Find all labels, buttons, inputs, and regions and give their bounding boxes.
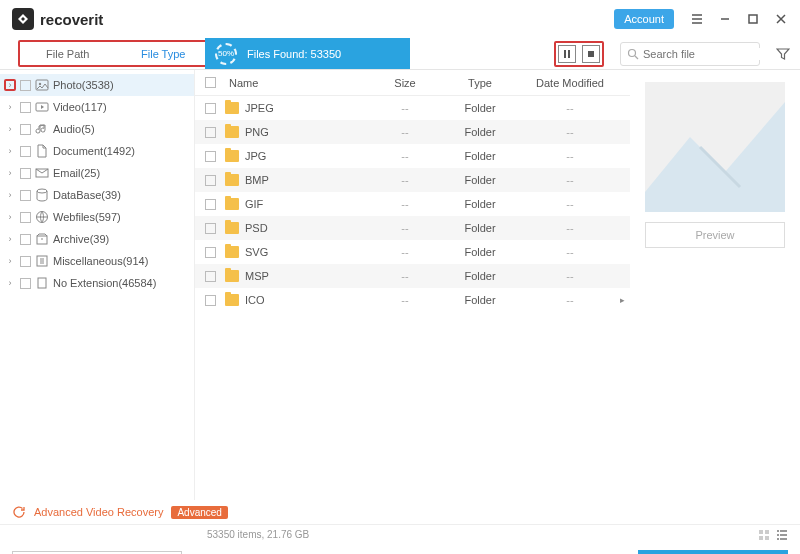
table-row[interactable]: SVG--Folder-- — [195, 240, 630, 264]
folder-icon — [225, 174, 239, 186]
col-size[interactable]: Size — [370, 77, 440, 89]
table-row[interactable]: PNG--Folder-- — [195, 120, 630, 144]
sidebar-item-archive[interactable]: ›Archive(39) — [0, 228, 194, 250]
search-box[interactable] — [620, 42, 760, 66]
sidebar-item-misc[interactable]: ›Miscellaneous(914) — [0, 250, 194, 272]
row-date: -- — [520, 126, 620, 138]
expand-icon[interactable]: › — [4, 233, 16, 245]
svg-rect-3 — [588, 51, 594, 57]
expand-icon[interactable]: › — [4, 167, 16, 179]
tree-checkbox[interactable] — [20, 212, 31, 223]
row-type: Folder — [440, 246, 520, 258]
tree-checkbox[interactable] — [20, 124, 31, 135]
tree-checkbox[interactable] — [20, 80, 31, 91]
row-name: PSD — [245, 222, 268, 234]
row-checkbox[interactable] — [205, 295, 216, 306]
refresh-icon — [12, 505, 26, 519]
row-type: Folder — [440, 270, 520, 282]
folder-icon — [225, 102, 239, 114]
filter-icon[interactable] — [776, 47, 790, 61]
table-row[interactable]: JPG--Folder-- — [195, 144, 630, 168]
preview-button[interactable]: Preview — [645, 222, 785, 248]
col-name[interactable]: Name — [225, 77, 370, 89]
svg-point-9 — [37, 189, 47, 193]
maximize-icon[interactable] — [746, 12, 760, 26]
stop-button[interactable] — [582, 45, 600, 63]
pause-button[interactable] — [558, 45, 576, 63]
file-table: Name Size Type Date Modified JPEG--Folde… — [195, 70, 630, 500]
row-checkbox[interactable] — [205, 175, 216, 186]
select-all-checkbox[interactable] — [205, 77, 216, 88]
row-date: -- — [520, 270, 620, 282]
expand-icon[interactable]: › — [4, 189, 16, 201]
tree-checkbox[interactable] — [20, 146, 31, 157]
row-type: Folder — [440, 102, 520, 114]
svg-rect-20 — [780, 530, 787, 532]
tree-label: Webfiles(597) — [53, 211, 188, 223]
row-checkbox[interactable] — [205, 127, 216, 138]
tab-file-type[interactable]: File Type — [116, 42, 212, 65]
folder-icon — [225, 126, 239, 138]
progress-ring: 50% — [215, 43, 237, 65]
row-size: -- — [370, 198, 440, 210]
col-date[interactable]: Date Modified — [520, 77, 620, 89]
row-checkbox[interactable] — [205, 103, 216, 114]
table-row[interactable]: PSD--Folder-- — [195, 216, 630, 240]
col-type[interactable]: Type — [440, 77, 520, 89]
sidebar-item-email[interactable]: ›Email(25) — [0, 162, 194, 184]
folder-icon — [225, 222, 239, 234]
expand-icon[interactable]: › — [4, 123, 16, 135]
tree-checkbox[interactable] — [20, 168, 31, 179]
row-checkbox[interactable] — [205, 271, 216, 282]
table-row[interactable]: ICO--Folder--▸ — [195, 288, 630, 312]
expand-icon[interactable]: › — [4, 255, 16, 267]
sidebar-item-audio[interactable]: ›Audio(5) — [0, 118, 194, 140]
table-row[interactable]: JPEG--Folder-- — [195, 96, 630, 120]
sidebar-item-photo[interactable]: ›Photo(3538) — [0, 74, 194, 96]
tab-file-path[interactable]: File Path — [20, 42, 116, 65]
tree-label: DataBase(39) — [53, 189, 188, 201]
row-name: PNG — [245, 126, 269, 138]
sidebar-item-noext[interactable]: ›No Extension(46584) — [0, 272, 194, 294]
grid-view-icon[interactable] — [758, 529, 770, 541]
table-row[interactable]: GIF--Folder-- — [195, 192, 630, 216]
row-date: -- — [520, 174, 620, 186]
row-checkbox[interactable] — [205, 223, 216, 234]
expand-icon[interactable]: › — [4, 145, 16, 157]
list-view-icon[interactable] — [776, 529, 788, 541]
minimize-icon[interactable] — [718, 12, 732, 26]
tree-checkbox[interactable] — [20, 102, 31, 113]
tree-checkbox[interactable] — [20, 278, 31, 289]
window-controls — [690, 12, 788, 26]
table-row[interactable]: BMP--Folder-- — [195, 168, 630, 192]
folder-icon — [225, 270, 239, 282]
row-checkbox[interactable] — [205, 199, 216, 210]
email-icon — [35, 166, 49, 180]
svg-rect-0 — [749, 15, 757, 23]
recover-button[interactable]: Recover — [638, 550, 788, 554]
expand-icon[interactable]: › — [4, 79, 16, 91]
menu-icon[interactable] — [690, 12, 704, 26]
close-icon[interactable] — [774, 12, 788, 26]
expand-icon[interactable]: › — [4, 211, 16, 223]
row-checkbox[interactable] — [205, 151, 216, 162]
app-name: recoverit — [40, 11, 103, 28]
svg-rect-13 — [38, 278, 46, 288]
account-button[interactable]: Account — [614, 9, 674, 29]
app-logo: recoverit — [12, 8, 103, 30]
row-expand-icon[interactable]: ▸ — [620, 295, 630, 305]
advanced-video-recovery[interactable]: Advanced Video Recovery Advanced — [0, 500, 800, 524]
tree-checkbox[interactable] — [20, 256, 31, 267]
folder-icon — [225, 198, 239, 210]
expand-icon[interactable]: › — [4, 101, 16, 113]
expand-icon[interactable]: › — [4, 277, 16, 289]
sidebar-item-webfiles[interactable]: ›Webfiles(597) — [0, 206, 194, 228]
sidebar-item-video[interactable]: ›Video(117) — [0, 96, 194, 118]
tree-checkbox[interactable] — [20, 190, 31, 201]
sidebar-item-document[interactable]: ›Document(1492) — [0, 140, 194, 162]
search-input[interactable] — [643, 48, 781, 60]
table-row[interactable]: MSP--Folder-- — [195, 264, 630, 288]
sidebar-item-database[interactable]: ›DataBase(39) — [0, 184, 194, 206]
row-checkbox[interactable] — [205, 247, 216, 258]
tree-checkbox[interactable] — [20, 234, 31, 245]
